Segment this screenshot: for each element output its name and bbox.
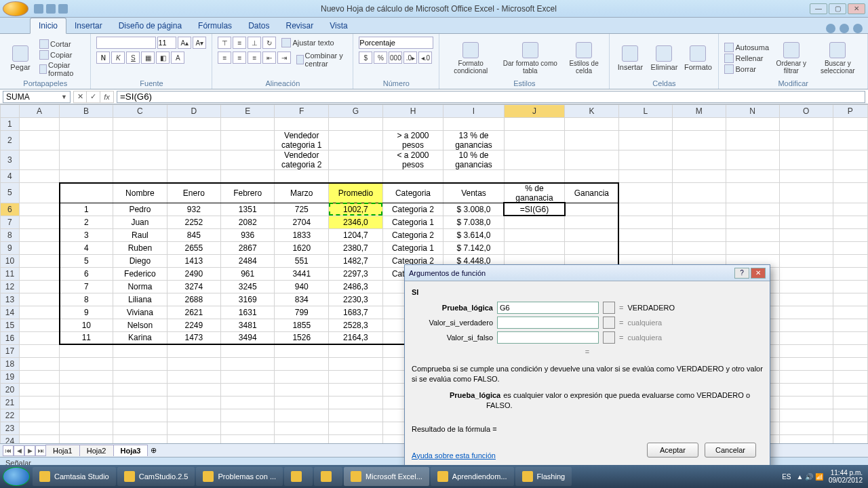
cell-C11[interactable]: Federico xyxy=(113,267,167,280)
cell-G15[interactable]: 2528,3 xyxy=(329,319,383,331)
cell-A23[interactable] xyxy=(19,422,59,434)
col-header-E[interactable]: E xyxy=(220,105,274,118)
cell-A21[interactable] xyxy=(19,396,59,409)
cell-O21[interactable] xyxy=(779,396,833,409)
cell-C15[interactable]: Nelson xyxy=(113,319,167,331)
next-sheet-icon[interactable]: ▶ xyxy=(24,445,35,456)
cell-I1[interactable] xyxy=(443,118,505,131)
cell-M5[interactable] xyxy=(672,183,726,203)
cell-D5[interactable]: Enero xyxy=(167,183,220,203)
cell-O20[interactable] xyxy=(779,383,833,396)
sort-filter-button[interactable]: Ordenar y filtrar xyxy=(773,42,810,75)
cell-C13[interactable]: Liliana xyxy=(113,293,167,306)
cell-C21[interactable] xyxy=(113,396,167,409)
row-header-3[interactable]: 3 xyxy=(1,150,20,170)
cell-L4[interactable] xyxy=(618,170,672,183)
cell-D19[interactable] xyxy=(167,370,220,383)
cell-E7[interactable]: 2082 xyxy=(220,216,274,228)
cell-F24[interactable] xyxy=(275,434,329,443)
cell-F15[interactable]: 1855 xyxy=(275,319,329,331)
col-header-C[interactable]: C xyxy=(113,105,167,118)
cell-O1[interactable] xyxy=(779,118,833,131)
inc-decimal-icon[interactable]: .0▸ xyxy=(403,52,417,64)
row-header-21[interactable]: 21 xyxy=(1,396,20,409)
cell-B23[interactable] xyxy=(60,422,113,434)
fill-color-button[interactable]: ◧ xyxy=(156,52,170,64)
bold-button[interactable]: N xyxy=(96,52,110,64)
cell-N8[interactable] xyxy=(726,228,779,241)
cell-A18[interactable] xyxy=(19,357,59,370)
row-header-13[interactable]: 13 xyxy=(1,293,20,306)
cell-A5[interactable] xyxy=(19,183,59,203)
cell-B10[interactable]: 5 xyxy=(60,254,113,267)
formula-input[interactable] xyxy=(117,91,865,103)
help-icon[interactable] xyxy=(826,24,835,33)
cell-A22[interactable] xyxy=(19,409,59,422)
cell-E22[interactable] xyxy=(220,409,274,422)
cell-C24[interactable] xyxy=(113,434,167,443)
orientation-icon[interactable]: ↻ xyxy=(262,37,276,49)
taskbar-item[interactable] xyxy=(314,467,342,486)
cell-C5[interactable]: Nombre xyxy=(113,183,167,203)
cell-O24[interactable] xyxy=(779,434,833,443)
cell-G12[interactable]: 2486,3 xyxy=(329,280,383,293)
cell-O23[interactable] xyxy=(779,422,833,434)
cell-I9[interactable]: $ 7.142,0 xyxy=(443,241,505,254)
cell-J3[interactable] xyxy=(504,150,565,170)
ok-button[interactable]: Aceptar xyxy=(647,443,698,458)
cell-F19[interactable] xyxy=(275,370,329,383)
cell-F8[interactable]: 1833 xyxy=(275,228,329,241)
cell-E2[interactable] xyxy=(220,131,274,150)
cell-P8[interactable] xyxy=(833,228,868,241)
row-header-11[interactable]: 11 xyxy=(1,267,20,280)
cell-D4[interactable] xyxy=(167,170,220,183)
cell-A2[interactable] xyxy=(19,131,59,150)
cell-I3[interactable]: 10 % de ganancias xyxy=(443,150,505,170)
cell-E13[interactable]: 3169 xyxy=(220,293,274,306)
cell-O13[interactable] xyxy=(779,293,833,306)
col-header-G[interactable]: G xyxy=(329,105,383,118)
cell-B1[interactable] xyxy=(60,118,113,131)
cell-O15[interactable] xyxy=(779,319,833,331)
taskbar-item[interactable] xyxy=(284,467,313,486)
cell-P14[interactable] xyxy=(833,306,868,319)
row-header-4[interactable]: 4 xyxy=(1,170,20,183)
cell-H6[interactable]: Categoria 2 xyxy=(382,203,443,216)
cell-C7[interactable]: Juan xyxy=(113,216,167,228)
taskbar-item[interactable]: Flashing xyxy=(515,467,572,486)
lang-indicator[interactable]: ES xyxy=(782,473,791,481)
cell-G16[interactable]: 2164,3 xyxy=(329,331,383,344)
first-sheet-icon[interactable]: ⏮ xyxy=(3,445,14,456)
cell-O8[interactable] xyxy=(779,228,833,241)
cell-F14[interactable]: 799 xyxy=(275,306,329,319)
cell-C12[interactable]: Norma xyxy=(113,280,167,293)
currency-icon[interactable]: $ xyxy=(359,52,372,64)
row-header-23[interactable]: 23 xyxy=(1,422,20,434)
row-header-7[interactable]: 7 xyxy=(1,216,20,228)
row-header-16[interactable]: 16 xyxy=(1,331,20,344)
cell-A14[interactable] xyxy=(19,306,59,319)
cell-H8[interactable]: Categoria 2 xyxy=(382,228,443,241)
cell-O22[interactable] xyxy=(779,409,833,422)
cell-E9[interactable]: 2867 xyxy=(220,241,274,254)
taskbar-item[interactable]: CamStudio.2.5 xyxy=(117,467,195,486)
fx-icon[interactable]: fx xyxy=(100,91,114,103)
cell-O14[interactable] xyxy=(779,306,833,319)
cell-A11[interactable] xyxy=(19,267,59,280)
cell-O17[interactable] xyxy=(779,344,833,357)
col-header-M[interactable]: M xyxy=(672,105,726,118)
cell-B8[interactable]: 3 xyxy=(60,228,113,241)
cell-H7[interactable]: Categoria 1 xyxy=(382,216,443,228)
cell-G17[interactable] xyxy=(329,344,383,357)
cell-A10[interactable] xyxy=(19,254,59,267)
cell-L9[interactable] xyxy=(618,241,672,254)
cell-H4[interactable] xyxy=(382,170,443,183)
new-sheet-icon[interactable]: ⊕ xyxy=(151,446,157,455)
col-header-F[interactable]: F xyxy=(275,105,329,118)
taskbar-item[interactable]: Aprendiendom... xyxy=(431,467,514,486)
cell-O9[interactable] xyxy=(779,241,833,254)
cell-A9[interactable] xyxy=(19,241,59,254)
cell-D17[interactable] xyxy=(167,344,220,357)
col-header-I[interactable]: I xyxy=(443,105,505,118)
cell-I4[interactable] xyxy=(443,170,505,183)
